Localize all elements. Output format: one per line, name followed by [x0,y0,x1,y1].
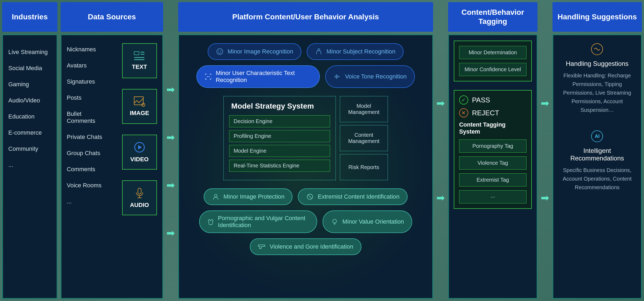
strategy-box: Model Strategy System Decision Engine Pr… [223,96,336,180]
pill-label: Pornographic and Vulgar Content Identifi… [218,215,309,229]
svg-rect-9 [138,188,141,194]
pill-label: Minor Image Protection [224,193,284,200]
industry-item: Social Media [8,65,51,72]
top-pills-2: Minor User Characteristic Text Recogniti… [186,65,426,88]
tag-box: Extremist Tag [459,173,526,187]
handling-title: Intelligent Recommendations [559,147,636,162]
source-box-label: VIDEO [130,156,149,163]
tag-box: ··· [459,190,526,203]
pill-value-orientation: Minor Value Orientation [323,210,412,233]
bottom-pills: Minor Image Protection Extremist Content… [186,188,426,205]
body-tagging: Minor Determination Minor Confidence Lev… [448,34,537,299]
arrow-icon: ➡ [436,193,445,203]
svg-line-24 [308,195,312,199]
tag-box: Violence Tag [459,156,526,170]
svg-point-12 [217,49,223,55]
handling-title: Handling Suggestions [559,60,636,67]
svg-rect-0 [134,52,139,55]
bottom-pills-3: Violence and Gore Identification [186,238,426,255]
column-handling: Handling Suggestions Handling Suggestion… [552,2,642,299]
svg-point-16 [207,76,208,77]
status-label: PASS [472,96,490,104]
audio-icon [135,187,144,199]
industry-item: Education [8,113,51,120]
engine-item: Decision Engine [229,115,330,127]
svg-marker-8 [138,145,142,149]
tagging-subtitle: Content Tagging System [459,121,526,135]
status-label: REJECT [472,109,499,117]
source-box-label: IMAGE [130,110,149,117]
industries-list: Live Streaming Social Media Gaming Audio… [8,41,51,169]
arrow-icon: ➡ [541,98,549,108]
handling-section-recommendations: AI Intelligent Recommendations Specific … [559,130,636,192]
pill-label: Minor User Characteristic Text Recogniti… [216,70,312,84]
body-analysis: Minor Image Recognition Minor Subject Re… [178,34,433,299]
industry-item: Audio/Video [8,97,51,104]
pill-label: Voice Tone Recognition [345,73,407,80]
image-icon [134,96,145,107]
mgmt-box: Content Management [340,125,388,151]
status-pass: ✓ PASS [459,95,526,105]
pill-label: Minor Value Orientation [342,218,404,225]
diagram-container: Industries Live Streaming Social Media G… [0,0,644,301]
industry-item: E-commerce [8,129,51,136]
tag-box: Pornography Tag [459,139,526,153]
arrow-icon: ➡ [166,180,175,190]
pill-minor-subject-recognition: Minor Subject Recognition [307,43,404,60]
source-label: ... [67,198,111,205]
source-label: Posts [67,94,111,101]
header-tagging: Content/Behavior Tagging [448,2,537,32]
user-icon [212,193,220,201]
source-label: Private Chats [67,134,111,141]
column-industries: Industries Live Streaming Social Media G… [2,2,57,299]
gun-icon [258,243,266,251]
pill-voice-tone: Voice Tone Recognition [325,65,415,88]
arrow-icon: ➡ [166,132,175,142]
body-handling: Handling Suggestions Flexible Handling: … [552,34,642,299]
source-label: Group Chats [67,150,111,157]
svg-point-13 [218,51,219,52]
source-box-label: AUDIO [130,202,149,209]
pill-label: Minor Subject Recognition [327,48,396,55]
engine-item: Profiling Engine [229,130,330,142]
source-box-audio: AUDIO [122,180,157,215]
pill-porn-id: Pornographic and Vulgar Content Identifi… [199,210,317,233]
source-label: Signatures [67,78,111,85]
svg-point-25 [333,219,336,223]
handling-section-suggestions: Handling Suggestions Flexible Handling: … [559,43,636,114]
strategy-system: Model Strategy System Decision Engine Pr… [186,96,426,180]
pill-extremist-id: Extremist Content Identification [298,188,407,205]
mgmt-box: Risk Reports [340,154,388,180]
source-box-image: IMAGE [122,89,157,124]
source-label: Avatars [67,62,111,69]
minor-tag-group: Minor Determination Minor Confidence Lev… [454,41,532,81]
engine-item: Model Engine [229,145,330,157]
voice-icon [333,73,341,81]
tag-box: Minor Determination [459,46,526,59]
text-icon [134,51,145,61]
arrow-icon: ➡ [436,98,445,108]
top-pills: Minor Image Recognition Minor Subject Re… [186,43,426,60]
strategy-title: Model Strategy System [229,102,330,110]
arrow-group-1: ➡ ➡ ➡ ➡ [166,2,175,299]
person-icon [315,48,323,56]
column-tagging: Content/Behavior Tagging Minor Determina… [448,2,537,299]
industry-item: Live Streaming [8,49,51,56]
sources-boxes: TEXT IMAGE VIDEO AUDIO [122,41,157,215]
source-label: Voice Rooms [67,182,111,189]
check-icon: ✓ [459,95,468,105]
wave-icon [591,43,603,55]
body-industries: Live Streaming Social Media Gaming Audio… [2,34,57,299]
source-label: Nicknames [67,46,111,53]
bulb-icon [331,218,339,226]
mgmt-column: Model Management Content Management Risk… [340,96,388,180]
handling-desc: Specific Business Decisions, Account Ope… [559,166,636,192]
tag-box: Minor Confidence Level [459,63,526,76]
ai-icon: AI [591,130,603,142]
arrow-icon: ➡ [541,193,549,203]
scan-icon [204,73,212,81]
header-sources: Data Sources [61,2,163,32]
svg-point-17 [209,76,210,77]
ban-icon [306,193,314,201]
body-sources: Nicknames Avatars Signatures Posts Bulle… [61,34,163,299]
